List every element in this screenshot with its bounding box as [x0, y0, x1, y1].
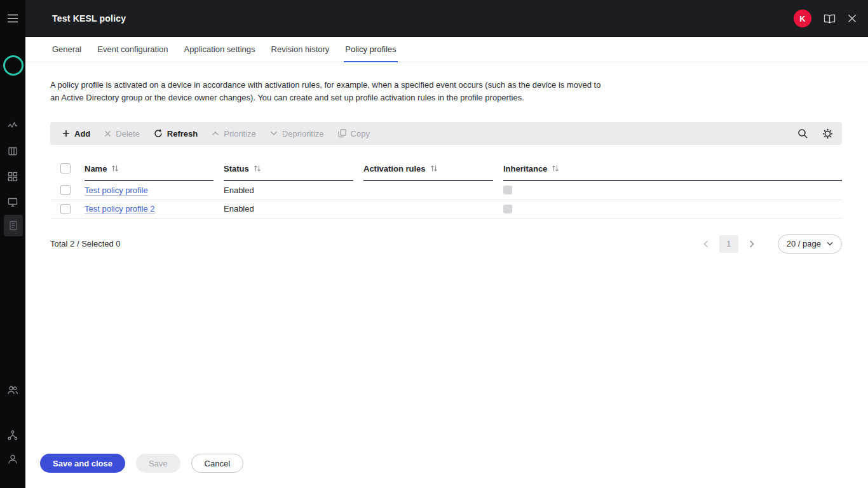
page-title: Test KESL policy	[52, 13, 126, 24]
menu-icon[interactable]	[7, 14, 18, 25]
tab-event-configuration[interactable]: Event configuration	[96, 37, 169, 62]
dialog-actions: Save and close Save Cancel	[25, 445, 868, 488]
tab-revision-history[interactable]: Revision history	[270, 37, 331, 62]
copy-icon	[338, 129, 346, 138]
save-and-close-button[interactable]: Save and close	[40, 454, 125, 473]
page-size-value: 20 / page	[787, 239, 821, 248]
page-size-select[interactable]: 20 / page	[778, 234, 842, 254]
toolbar-right	[797, 128, 833, 139]
cancel-button[interactable]: Cancel	[191, 454, 243, 473]
pagination: 1 20 / page	[703, 234, 842, 254]
refresh-icon	[154, 129, 163, 138]
documentation-icon[interactable]	[824, 14, 836, 24]
tab-application-settings[interactable]: Application settings	[183, 37, 257, 62]
table-row: Test policy profile Enabled	[50, 181, 842, 200]
prioritize-button-label: Prioritize	[224, 129, 256, 139]
previous-page-icon[interactable]	[703, 240, 709, 248]
row-checkbox[interactable]	[60, 204, 71, 214]
column-header-activation-rules[interactable]: Activation rules	[363, 158, 493, 181]
refresh-button[interactable]: Refresh	[147, 122, 205, 145]
inheritance-checkbox-disabled	[503, 186, 512, 194]
devices-icon[interactable]	[8, 197, 18, 207]
hierarchy-icon[interactable]	[8, 430, 18, 440]
table-row: Test policy profile 2 Enabled	[50, 200, 842, 218]
inheritance-checkbox-disabled	[503, 205, 512, 214]
gear-icon[interactable]	[822, 128, 833, 139]
profiles-table: Name Status Activation rules Inheri	[50, 158, 842, 219]
profiles-toolbar: Add Delete Refresh Prioritize Deprioriti…	[50, 122, 842, 145]
table-header-row: Name Status Activation rules Inheri	[50, 158, 842, 181]
titlebar-actions: K	[794, 10, 857, 27]
policy-panel: Test KESL policy K General Event configu…	[25, 0, 868, 488]
users-icon[interactable]	[8, 385, 18, 395]
prioritize-button[interactable]: Prioritize	[205, 122, 263, 145]
delete-button-label: Delete	[116, 129, 140, 139]
add-button[interactable]: Add	[55, 122, 97, 145]
sort-icon	[552, 165, 559, 172]
kaspersky-logo-icon[interactable]: K	[794, 10, 811, 27]
delete-button[interactable]: Delete	[97, 122, 147, 145]
status-value: Enabled	[224, 186, 254, 195]
search-icon[interactable]	[797, 128, 808, 139]
tab-policy-profiles[interactable]: Policy profiles	[344, 37, 397, 62]
selection-summary: Total 2 / Selected 0	[50, 239, 121, 248]
save-button[interactable]: Save	[136, 454, 180, 473]
copy-button-label: Copy	[351, 129, 370, 139]
profiles-description: A policy profile is activated on a devic…	[50, 79, 604, 104]
status-value: Enabled	[224, 204, 254, 214]
column-header-inheritance[interactable]: Inheritance	[503, 158, 842, 181]
row-checkbox[interactable]	[60, 185, 71, 195]
column-header-status[interactable]: Status	[224, 158, 353, 181]
app-logo-icon	[3, 55, 24, 76]
monitoring-icon[interactable]	[8, 120, 18, 130]
plus-icon	[62, 130, 70, 137]
next-page-icon[interactable]	[749, 240, 754, 248]
current-page[interactable]: 1	[719, 235, 738, 253]
policy-tabs: General Event configuration Application …	[25, 37, 868, 62]
sort-icon	[111, 165, 119, 172]
titlebar: Test KESL policy K	[25, 0, 868, 37]
select-all-checkbox[interactable]	[60, 163, 71, 173]
main-sidebar	[0, 0, 25, 488]
close-icon[interactable]	[848, 14, 857, 23]
deprioritize-button[interactable]: Deprioritize	[263, 122, 331, 145]
deprioritize-button-label: Deprioritize	[282, 129, 324, 139]
table-footer: Total 2 / Selected 0 1 20 / page	[50, 234, 842, 254]
x-icon	[104, 130, 111, 137]
chevron-down-icon	[827, 241, 833, 246]
refresh-button-label: Refresh	[167, 129, 198, 139]
sort-icon	[254, 165, 261, 172]
sort-icon	[430, 165, 438, 172]
chevron-up-icon	[212, 131, 219, 136]
sidebar-item-policies-active[interactable]	[4, 215, 23, 236]
add-button-label: Add	[74, 129, 90, 139]
apps-grid-icon[interactable]	[8, 172, 18, 182]
policy-profiles-content: A policy profile is activated on a devic…	[25, 62, 868, 445]
account-icon[interactable]	[8, 454, 18, 464]
profile-link[interactable]: Test policy profile 2	[85, 204, 155, 214]
chevron-down-icon	[270, 131, 278, 136]
column-header-name[interactable]: Name	[85, 158, 214, 181]
tab-general[interactable]: General	[51, 37, 83, 62]
profile-link[interactable]: Test policy profile	[85, 186, 148, 195]
app-root: Test KESL policy K General Event configu…	[0, 0, 868, 488]
copy-button[interactable]: Copy	[331, 122, 377, 145]
library-icon[interactable]	[8, 146, 18, 156]
